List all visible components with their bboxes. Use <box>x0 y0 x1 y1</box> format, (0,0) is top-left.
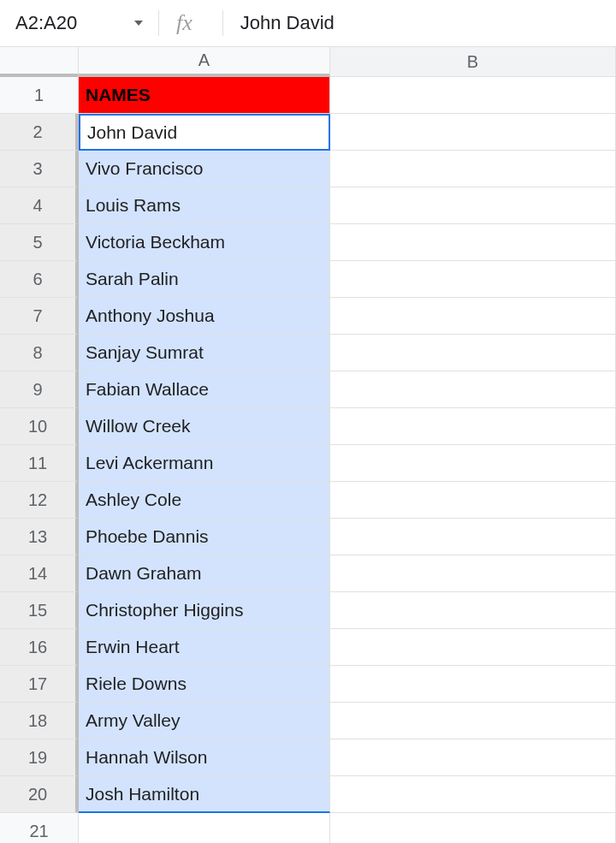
row-header-12[interactable]: 12 <box>0 482 79 519</box>
name-box-value: A2:A20 <box>15 12 127 34</box>
row-header-9[interactable]: 9 <box>0 371 79 408</box>
cell-b6[interactable] <box>330 261 616 298</box>
cell-b3[interactable] <box>330 151 616 187</box>
table-row: 5 Victoria Beckham <box>0 224 616 261</box>
cell-b14[interactable] <box>330 555 616 592</box>
row-header-15[interactable]: 15 <box>0 592 79 629</box>
column-header-row: A B <box>0 47 616 77</box>
table-row: 4 Louis Rams <box>0 187 616 224</box>
cell-a6[interactable]: Sarah Palin <box>79 261 330 298</box>
cell-a11[interactable]: Levi Ackermann <box>79 445 330 482</box>
cell-a19[interactable]: Hannah Wilson <box>79 739 330 776</box>
table-row: 18 Army Valley <box>0 703 616 739</box>
cell-b21[interactable] <box>330 813 616 843</box>
cell-b11[interactable] <box>330 445 616 482</box>
table-row: 12 Ashley Cole <box>0 482 616 519</box>
row-header-14[interactable]: 14 <box>0 555 79 592</box>
cell-b18[interactable] <box>330 703 616 739</box>
cell-b7[interactable] <box>330 298 616 335</box>
table-row: 2 John David <box>0 114 616 151</box>
fx-icon[interactable]: fx <box>158 10 210 36</box>
cell-a15[interactable]: Christopher Higgins <box>79 592 330 629</box>
table-row: 7 Anthony Joshua <box>0 298 616 335</box>
cell-b8[interactable] <box>330 335 616 371</box>
column-header-a[interactable]: A <box>79 47 330 77</box>
row-header-21[interactable]: 21 <box>0 813 79 843</box>
name-box[interactable]: A2:A20 <box>9 6 150 40</box>
cell-b12[interactable] <box>330 482 616 519</box>
table-row: 10 Willow Creek <box>0 408 616 445</box>
cell-a7[interactable]: Anthony Joshua <box>79 298 330 335</box>
row-header-6[interactable]: 6 <box>0 261 79 298</box>
cell-a2[interactable]: John David <box>79 114 330 151</box>
cell-a16[interactable]: Erwin Heart <box>79 629 330 666</box>
cell-a13[interactable]: Phoebe Dannis <box>79 519 330 555</box>
formula-bar: A2:A20 fx John David <box>0 0 616 47</box>
row-header-16[interactable]: 16 <box>0 629 79 666</box>
row-header-13[interactable]: 13 <box>0 519 79 555</box>
cell-b9[interactable] <box>330 371 616 408</box>
table-row: 9 Fabian Wallace <box>0 371 616 408</box>
row-header-3[interactable]: 3 <box>0 151 79 187</box>
cell-a18[interactable]: Army Valley <box>79 703 330 739</box>
cell-b5[interactable] <box>330 224 616 261</box>
cell-b2[interactable] <box>330 114 616 151</box>
divider <box>222 10 223 36</box>
row-header-4[interactable]: 4 <box>0 187 79 224</box>
cell-b1[interactable] <box>330 77 616 114</box>
table-row: 6 Sarah Palin <box>0 261 616 298</box>
cell-b15[interactable] <box>330 592 616 629</box>
cell-b10[interactable] <box>330 408 616 445</box>
cell-a1[interactable]: NAMES <box>79 77 330 114</box>
row-header-2[interactable]: 2 <box>0 114 79 151</box>
table-row: 1 NAMES <box>0 77 616 114</box>
row-header-17[interactable]: 17 <box>0 666 79 703</box>
select-all-corner[interactable] <box>0 47 79 77</box>
table-row: 13 Phoebe Dannis <box>0 519 616 555</box>
table-row: 16 Erwin Heart <box>0 629 616 666</box>
cell-a4[interactable]: Louis Rams <box>79 187 330 224</box>
cell-a8[interactable]: Sanjay Sumrat <box>79 335 330 371</box>
cell-a12[interactable]: Ashley Cole <box>79 482 330 519</box>
table-row: 8 Sanjay Sumrat <box>0 335 616 371</box>
table-row: 14 Dawn Graham <box>0 555 616 592</box>
cell-a21[interactable] <box>79 813 330 843</box>
row-header-7[interactable]: 7 <box>0 298 79 335</box>
table-row: 19 Hannah Wilson <box>0 739 616 776</box>
table-row: 20 Josh Hamilton <box>0 776 616 813</box>
cell-b19[interactable] <box>330 739 616 776</box>
table-row: 11 Levi Ackermann <box>0 445 616 482</box>
cell-b13[interactable] <box>330 519 616 555</box>
cell-a3[interactable]: Vivo Francisco <box>79 151 330 187</box>
column-header-b[interactable]: B <box>330 47 616 77</box>
row-header-19[interactable]: 19 <box>0 739 79 776</box>
row-header-8[interactable]: 8 <box>0 335 79 371</box>
table-row: 3 Vivo Francisco <box>0 151 616 187</box>
table-row: 15 Christopher Higgins <box>0 592 616 629</box>
row-header-18[interactable]: 18 <box>0 703 79 739</box>
cell-a17[interactable]: Riele Downs <box>79 666 330 703</box>
cell-b20[interactable] <box>330 776 616 813</box>
table-row: 21 <box>0 813 616 843</box>
cell-a20[interactable]: Josh Hamilton <box>79 776 330 813</box>
cell-a10[interactable]: Willow Creek <box>79 408 330 445</box>
row-header-5[interactable]: 5 <box>0 224 79 261</box>
row-header-10[interactable]: 10 <box>0 408 79 445</box>
formula-input[interactable]: John David <box>236 12 335 34</box>
row-header-1[interactable]: 1 <box>0 77 79 114</box>
cell-a5[interactable]: Victoria Beckham <box>79 224 330 261</box>
table-row: 17 Riele Downs <box>0 666 616 703</box>
cell-b4[interactable] <box>330 187 616 224</box>
row-header-11[interactable]: 11 <box>0 445 79 482</box>
spreadsheet-grid: A B 1 NAMES 2 John David 3 Vivo Francisc… <box>0 47 616 843</box>
cell-a14[interactable]: Dawn Graham <box>79 555 330 592</box>
row-header-20[interactable]: 20 <box>0 776 79 813</box>
cell-b17[interactable] <box>330 666 616 703</box>
chevron-down-icon[interactable] <box>134 21 143 26</box>
cell-b16[interactable] <box>330 629 616 666</box>
cell-a9[interactable]: Fabian Wallace <box>79 371 330 408</box>
